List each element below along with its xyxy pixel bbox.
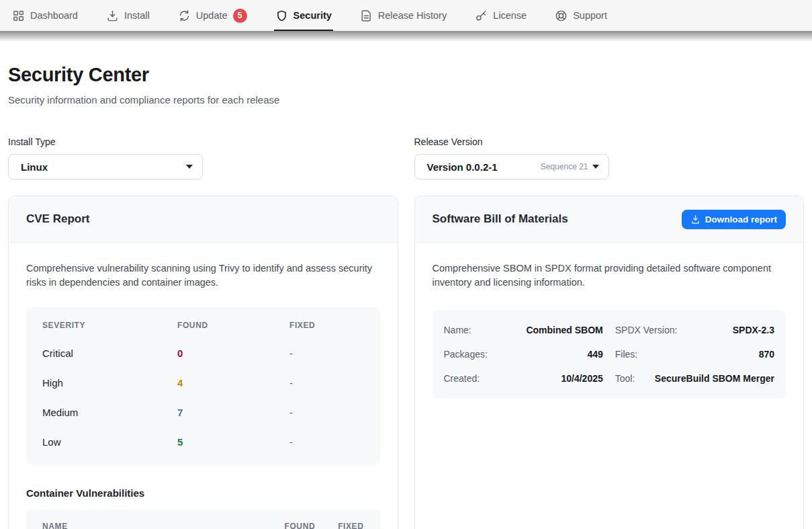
install-type-value: Linux (21, 161, 186, 173)
sbom-detail-tool: Tool: SecureBuild SBOM Merger (615, 366, 774, 391)
sbom-detail-created: Created: 10/4/2025 (444, 366, 603, 391)
col-header-found: Found (177, 321, 289, 330)
container-table-header: Name Found Fixed (26, 510, 380, 529)
nav-label: Support (573, 10, 607, 21)
col-header-found: Found (285, 522, 335, 529)
nav-label: Install (124, 10, 150, 21)
nav-item-security[interactable]: Security (275, 0, 332, 31)
page-subtitle: Security information and compliance repo… (8, 94, 804, 106)
release-version-label: Release Version (414, 136, 805, 147)
download-report-label: Download report (705, 214, 777, 225)
security-shield-icon (275, 9, 288, 22)
update-icon (178, 9, 191, 22)
install-type-label: Install Type (8, 136, 398, 147)
download-icon (690, 214, 701, 225)
support-lifebuoy-icon (555, 9, 568, 22)
license-key-icon (475, 9, 488, 22)
container-vulnerabilities-title: Container Vulnerabilities (26, 487, 380, 499)
nav-item-dashboard[interactable]: Dashboard (12, 0, 78, 31)
release-sequence-label: Sequence 21 (541, 162, 588, 171)
cve-report-description: Comprehensive vulnerability scanning usi… (26, 261, 379, 290)
sbom-title: Software Bill of Materials (433, 212, 568, 226)
col-header-name: Name (42, 522, 285, 529)
col-header-fixed: Fixed (335, 522, 364, 529)
page-title: Security Center (8, 64, 804, 86)
table-row-low: Low 5 - (42, 427, 364, 456)
sbom-detail-packages: Packages: 449 (444, 342, 603, 366)
cve-report-card: CVE Report Comprehensive vulnerability s… (8, 196, 398, 529)
top-navigation: Dashboard Install Update 5 Security Rele… (0, 0, 812, 31)
header-shadow-band (0, 31, 812, 42)
nav-label: Release History (378, 10, 447, 21)
download-report-button[interactable]: Download report (682, 210, 786, 229)
release-version-select[interactable]: Version 0.0.2-1 Sequence 21 (414, 154, 609, 179)
nav-label: Security (294, 10, 332, 21)
release-history-icon (360, 9, 373, 22)
sbom-details-table: Name: Combined SBOM SPDX Version: SPDX-2… (433, 310, 786, 399)
release-version-value: Version 0.0.2-1 (427, 161, 541, 173)
sbom-detail-spdx-version: SPDX Version: SPDX-2.3 (615, 318, 774, 342)
table-row-critical: Critical 0 - (42, 338, 364, 368)
sbom-detail-files: Files: 870 (615, 342, 774, 366)
chevron-down-icon (186, 165, 193, 169)
nav-item-release-history[interactable]: Release History (360, 0, 447, 31)
nav-item-install[interactable]: Install (106, 0, 150, 31)
chevron-down-icon (592, 165, 599, 169)
cve-report-title: CVE Report (26, 212, 89, 226)
nav-label: License (493, 10, 527, 21)
nav-label: Dashboard (30, 10, 78, 21)
install-icon (106, 9, 119, 22)
update-count-badge: 5 (233, 9, 247, 23)
install-type-select[interactable]: Linux (8, 154, 203, 179)
nav-item-license[interactable]: License (475, 0, 527, 31)
col-header-severity: Severity (42, 321, 177, 330)
col-header-fixed: Fixed (289, 321, 364, 330)
nav-label: Update (196, 10, 228, 21)
dashboard-icon (12, 9, 25, 22)
cve-summary-table: Severity Found Fixed Critical 0 - High 4… (26, 307, 380, 464)
table-row-medium: Medium 7 - (42, 397, 364, 427)
table-row-high: High 4 - (42, 368, 364, 397)
nav-item-support[interactable]: Support (555, 0, 607, 31)
sbom-description: Comprehensive SBOM in SPDX format provid… (433, 261, 785, 290)
sbom-detail-name: Name: Combined SBOM (444, 318, 603, 342)
nav-item-update[interactable]: Update 5 (178, 0, 247, 31)
sbom-card: Software Bill of Materials Download repo… (414, 196, 805, 529)
